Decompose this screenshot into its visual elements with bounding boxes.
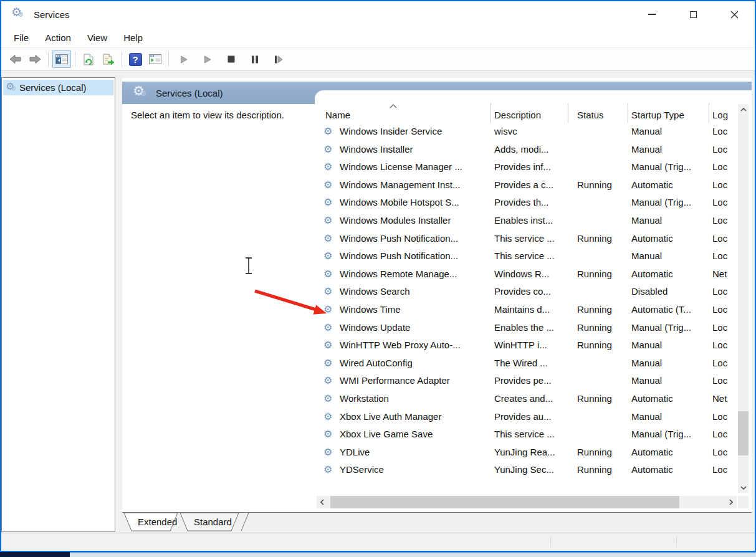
service-name: Windows Remote Manage... bbox=[340, 269, 457, 279]
table-row[interactable]: ⚙ Windows Insider Service wisvc Manual L… bbox=[318, 123, 739, 141]
service-startup-type: Manual bbox=[628, 212, 709, 230]
start-service-button[interactable] bbox=[175, 50, 193, 68]
show-console-tree-button[interactable] bbox=[52, 50, 71, 68]
service-name: Windows Push Notification... bbox=[340, 250, 458, 261]
service-gear-icon: ⚙ bbox=[323, 194, 332, 212]
scroll-down-button[interactable] bbox=[738, 482, 749, 493]
column-header-status[interactable]: Status bbox=[568, 103, 628, 123]
scroll-left-button[interactable] bbox=[317, 496, 328, 508]
service-startup-type: Automatic bbox=[628, 461, 709, 479]
service-gear-icon: ⚙ bbox=[323, 461, 332, 479]
services-app-icon: ⚙ ⚙ bbox=[11, 7, 25, 21]
column-header-description[interactable]: Description bbox=[491, 103, 568, 123]
service-status bbox=[568, 212, 628, 230]
service-startup-type: Automatic bbox=[628, 390, 709, 408]
service-description: Adds, modi... bbox=[491, 141, 568, 159]
service-description: This service ... bbox=[491, 230, 568, 248]
forward-button[interactable] bbox=[26, 50, 44, 68]
table-row[interactable]: ⚙ Windows Push Notification... This serv… bbox=[318, 230, 739, 248]
table-row[interactable]: ⚙ YDService YunJing Sec... Running Autom… bbox=[318, 461, 739, 479]
service-name: Windows Installer bbox=[340, 144, 413, 155]
stop-service-button[interactable] bbox=[222, 50, 241, 68]
service-gear-icon: ⚙ bbox=[323, 444, 332, 462]
column-header-startup-type[interactable]: Startup Type bbox=[628, 103, 709, 123]
maximize-icon bbox=[690, 11, 697, 18]
tab-standard[interactable]: Standard bbox=[180, 513, 239, 531]
sidebar-item-services-local[interactable]: ⚙ ⚙ Services (Local) bbox=[3, 80, 113, 95]
service-status bbox=[568, 158, 628, 176]
scroll-up-button[interactable] bbox=[738, 104, 749, 115]
table-row[interactable]: ⚙ Workstation Creates and... Running Aut… bbox=[318, 390, 739, 408]
pause-service-icon bbox=[251, 55, 259, 64]
maximize-button[interactable] bbox=[672, 1, 714, 27]
service-logon: Loc bbox=[709, 123, 739, 141]
table-row[interactable]: ⚙ WMI Performance Adapter Provides pe...… bbox=[318, 372, 739, 390]
resume-service-button[interactable] bbox=[198, 50, 217, 68]
service-description: Provides co... bbox=[491, 283, 568, 301]
service-name: Xbox Live Auth Manager bbox=[340, 411, 441, 422]
service-description: Enables the ... bbox=[491, 319, 568, 337]
services-pane: ⚙ ⚙ Services (Local) Name bbox=[122, 78, 752, 532]
toolbar-separator bbox=[168, 52, 169, 67]
vertical-scrollbar-thumb[interactable] bbox=[738, 411, 749, 455]
scrollbar-corner bbox=[738, 496, 749, 508]
table-row[interactable]: ⚙ Windows Mobile Hotspot S... Provides t… bbox=[318, 194, 739, 212]
table-row[interactable]: ⚙ Windows Push Notification... This serv… bbox=[318, 247, 739, 265]
column-header-name[interactable]: Name bbox=[318, 103, 491, 123]
menu-help[interactable]: Help bbox=[115, 29, 151, 47]
back-button[interactable] bbox=[6, 50, 24, 68]
table-row[interactable]: ⚙ YDLive YunJing Rea... Running Automati… bbox=[318, 444, 739, 462]
titlebar: ⚙ ⚙ Services bbox=[1, 1, 755, 27]
resume-service-icon bbox=[204, 55, 211, 64]
service-name: Windows Management Inst... bbox=[340, 179, 460, 190]
menu-action[interactable]: Action bbox=[37, 29, 79, 47]
service-gear-icon: ⚙ bbox=[323, 372, 332, 390]
taskbar-strip bbox=[0, 552, 756, 557]
table-row[interactable]: ⚙ Windows Management Inst... Provides a … bbox=[318, 176, 739, 194]
service-status bbox=[568, 194, 628, 212]
table-row[interactable]: ⚙ Windows Search Provides co... Disabled… bbox=[318, 283, 739, 301]
service-name-cell: ⚙ Windows Push Notification... bbox=[318, 230, 491, 248]
column-header-log-on-as[interactable]: Log bbox=[709, 103, 739, 123]
service-status: Running bbox=[568, 230, 628, 248]
table-row[interactable]: ⚙ Windows License Manager ... Provides i… bbox=[318, 158, 739, 176]
service-logon: Loc bbox=[709, 158, 739, 176]
menu-view[interactable]: View bbox=[79, 29, 115, 47]
table-row[interactable]: ⚙ Windows Modules Installer Enables inst… bbox=[318, 212, 739, 230]
table-row[interactable]: ⚙ Xbox Live Game Save This service ... M… bbox=[318, 426, 739, 444]
service-gear-icon: ⚙ bbox=[323, 123, 332, 141]
refresh-button[interactable] bbox=[79, 50, 98, 68]
table-row[interactable]: ⚙ Windows Time Maintains d... Running Au… bbox=[318, 301, 739, 319]
service-logon: Loc bbox=[709, 372, 739, 390]
action-pane-icon bbox=[149, 54, 161, 64]
restart-service-button[interactable] bbox=[269, 50, 288, 68]
service-startup-type: Automatic bbox=[628, 444, 709, 462]
service-name-cell: ⚙ Windows Insider Service bbox=[318, 123, 491, 141]
help-button[interactable]: ? bbox=[126, 50, 145, 68]
service-status bbox=[568, 141, 628, 159]
table-row[interactable]: ⚙ Windows Remote Manage... Windows R... … bbox=[318, 265, 739, 283]
service-logon: Loc bbox=[709, 247, 739, 265]
table-row[interactable]: ⚙ Wired AutoConfig The Wired ... Manual … bbox=[318, 355, 739, 373]
service-startup-type: Manual bbox=[628, 123, 709, 141]
table-row[interactable]: ⚙ WinHTTP Web Proxy Auto-... WinHTTP i..… bbox=[318, 336, 739, 355]
table-row[interactable]: ⚙ Windows Installer Adds, modi... Manual… bbox=[318, 141, 739, 159]
export-list-button[interactable] bbox=[99, 50, 118, 68]
tab-extended[interactable]: Extended bbox=[124, 513, 178, 531]
sort-ascending-icon bbox=[390, 104, 397, 108]
scroll-right-button[interactable] bbox=[725, 496, 737, 508]
minimize-button[interactable] bbox=[631, 1, 672, 27]
pause-service-button[interactable] bbox=[246, 50, 264, 68]
service-name-cell: ⚙ Windows Remote Manage... bbox=[318, 265, 491, 283]
horizontal-scrollbar-thumb[interactable] bbox=[330, 496, 679, 508]
close-button[interactable] bbox=[714, 1, 755, 27]
service-status: Running bbox=[568, 265, 628, 283]
table-row[interactable]: ⚙ Windows Update Enables the ... Running… bbox=[318, 319, 739, 337]
menu-file[interactable]: File bbox=[6, 29, 37, 47]
vertical-scrollbar[interactable] bbox=[738, 104, 749, 493]
service-gear-icon: ⚙ bbox=[323, 265, 332, 283]
table-row[interactable]: ⚙ Xbox Live Auth Manager Provides au... … bbox=[318, 408, 739, 426]
horizontal-scrollbar[interactable] bbox=[317, 496, 737, 508]
show-action-pane-button[interactable] bbox=[146, 50, 165, 68]
service-name: Windows Insider Service bbox=[340, 126, 442, 136]
